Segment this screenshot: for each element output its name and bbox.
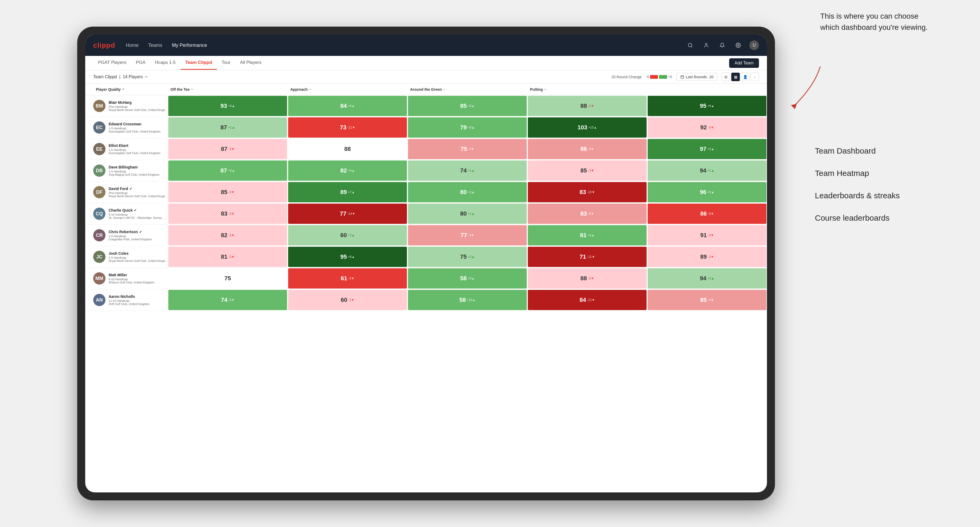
sub-nav-all-players[interactable]: All Players — [235, 56, 266, 70]
table-row[interactable]: DB Dave Billingham 1-5 Handicap Gog Mago… — [85, 160, 767, 181]
stat-cell: 83 -10▼ — [528, 182, 647, 202]
person-view-button[interactable]: 👤 — [741, 73, 749, 81]
nav-bar: clippd Home Teams My Performance — [85, 35, 767, 56]
stat-cell: 86 -6▼ — [528, 139, 647, 159]
stat-value: 75 — [460, 253, 466, 260]
sub-nav-tour[interactable]: Tour — [217, 56, 235, 70]
table-row[interactable]: CR Chris Robertson ✓ 1-5 Handicap Craigm… — [85, 225, 767, 246]
last-rounds-label: Last Rounds: — [686, 75, 708, 79]
svg-point-3 — [738, 45, 739, 46]
stat-cell: 93 +4▲ — [168, 96, 287, 116]
sub-nav-team-clippd[interactable]: Team Clippd — [181, 56, 217, 70]
stat-cell: 75 +2▲ — [408, 247, 527, 267]
table-row[interactable]: BM Blair McHarg Plus Handicap Royal Nort… — [85, 95, 767, 117]
stat-value: 87 — [221, 167, 227, 174]
player-handicap: Plus Handicap — [109, 105, 168, 108]
stat-value: 74 — [460, 167, 466, 174]
stat-value: 85 — [580, 167, 587, 174]
sidebar-label-heatmap[interactable]: Team Heatmap — [815, 169, 948, 178]
annotation-text: This is where you can choose which dashb… — [820, 11, 932, 33]
sidebar-label-leaderboards[interactable]: Leaderboards & streaks — [815, 191, 948, 200]
person-icon[interactable] — [702, 40, 711, 50]
player-info: CQ Charlie Quick ✓ 6-10 Handicap St. Geo… — [93, 205, 168, 222]
stat-cell: 77 -3▼ — [408, 225, 527, 245]
player-handicap: 1-5 Handicap — [109, 256, 168, 259]
around-green-sort-arrow[interactable]: — — [443, 88, 445, 91]
edit-team-icon[interactable]: ✏ — [145, 75, 148, 79]
stat-value: 96 — [700, 189, 706, 195]
nav-link-teams[interactable]: Teams — [148, 41, 162, 49]
table-row[interactable]: MM Matt Miller 6-10 Handicap Woburn Golf… — [85, 268, 767, 289]
nav-link-myperformance[interactable]: My Performance — [172, 41, 207, 49]
svg-point-0 — [688, 43, 692, 47]
table-row[interactable]: CQ Charlie Quick ✓ 6-10 Handicap St. Geo… — [85, 203, 767, 225]
sub-nav-pga[interactable]: PGA — [131, 56, 150, 70]
sidebar-label-course[interactable]: Course leaderboards — [815, 213, 948, 222]
stat-value: 85 — [221, 189, 227, 195]
stat-cell: 74 +1▲ — [408, 160, 527, 181]
stat-value: 87 — [221, 146, 227, 152]
player-name: Chris Robertson ✓ — [109, 230, 168, 234]
round-change-scale: -5 +5 — [646, 75, 672, 79]
player-info: DF David Ford ✓ Plus Handicap Royal Nort… — [93, 183, 168, 201]
nav-logo: clippd — [93, 41, 115, 49]
player-handicap: 6-10 Handicap — [109, 278, 168, 281]
stat-value: 85 — [700, 297, 706, 303]
avatar: BM — [93, 100, 105, 112]
avatar: EE — [93, 143, 105, 155]
stat-value: 60 — [340, 297, 347, 303]
player-details: Blair McHarg Plus Handicap Royal North D… — [109, 100, 168, 111]
sub-nav-links: PGAT Players PGA Hcaps 1-5 Team Clippd T… — [93, 56, 266, 70]
stat-cell: 89 -2▼ — [648, 247, 767, 267]
stat-value: 89 — [340, 189, 347, 195]
stat-cell: 92 -3▼ — [648, 117, 767, 138]
table-row[interactable]: AN Aaron Nicholls 11-15 Handicap Drift G… — [85, 289, 767, 311]
bell-icon[interactable] — [718, 40, 727, 50]
sidebar-label-dashboard[interactable]: Team Dashboard — [815, 146, 948, 156]
table-row[interactable]: JC Josh Coles 1-5 Handicap Royal North D… — [85, 246, 767, 268]
avatar: JC — [93, 251, 105, 263]
col-around-green: Around the Green — — [407, 87, 527, 92]
player-name: Blair McHarg — [109, 100, 168, 105]
table-row[interactable]: EE Elliot Ebert 1-5 Handicap Sunningdale… — [85, 138, 767, 160]
sort-arrow[interactable]: ▼ — [122, 88, 124, 91]
stat-value: 83 — [579, 189, 586, 195]
stat-cell: 82 +4▲ — [288, 160, 407, 181]
nav-links: Home Teams My Performance — [126, 41, 686, 49]
stat-value: 92 — [700, 124, 706, 131]
putting-sort-arrow[interactable]: — — [544, 88, 546, 91]
stat-cell: 75 — [168, 268, 287, 289]
user-avatar[interactable]: U — [749, 40, 759, 50]
stat-cell: 83 -3▼ — [168, 204, 287, 224]
player-handicap: 1-5 Handicap — [109, 170, 168, 173]
avatar: DB — [93, 165, 105, 177]
stat-value: 103 — [578, 124, 587, 131]
sub-nav-pgat[interactable]: PGAT Players — [93, 56, 131, 70]
search-icon[interactable] — [686, 40, 695, 50]
sub-nav-hcaps[interactable]: Hcaps 1-5 — [150, 56, 180, 70]
player-handicap: Plus Handicap — [109, 191, 168, 195]
stat-cell: 85 +8▲ — [408, 96, 527, 116]
stat-cell: 85 -3▼ — [168, 182, 287, 202]
tee-sort-arrow[interactable]: — — [191, 88, 193, 91]
grid-view-button[interactable]: ⊞ — [722, 73, 730, 81]
stat-value: 58 — [460, 275, 466, 282]
player-name: Matt Miller — [109, 273, 168, 277]
approach-sort-arrow[interactable]: — — [309, 88, 311, 91]
player-info: EE Elliot Ebert 1-5 Handicap Sunningdale… — [93, 140, 168, 158]
stat-value: 75 — [224, 275, 231, 282]
download-button[interactable]: ↓ — [751, 73, 759, 81]
table-row[interactable]: EC Edward Crossman 1-5 Handicap Sunningd… — [85, 117, 767, 138]
nav-icons: U — [686, 40, 759, 50]
svg-line-1 — [691, 46, 692, 48]
settings-icon[interactable] — [733, 40, 743, 50]
nav-link-home[interactable]: Home — [126, 41, 139, 49]
heatmap-view-button[interactable]: ▦ — [731, 73, 740, 81]
last-rounds-button[interactable]: Last Rounds: 20 — [676, 73, 718, 81]
col-putting: Putting — — [527, 87, 647, 92]
stat-value: 77 — [460, 232, 467, 239]
col-player-quality: Player Quality ▼ — [93, 87, 168, 92]
stat-value: 94 — [700, 275, 706, 282]
table-row[interactable]: DF David Ford ✓ Plus Handicap Royal Nort… — [85, 181, 767, 203]
add-team-button[interactable]: Add Team — [729, 58, 759, 68]
